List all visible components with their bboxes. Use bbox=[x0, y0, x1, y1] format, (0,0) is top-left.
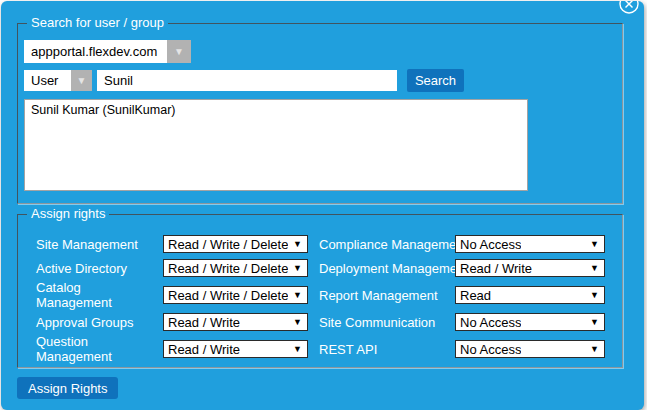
question-management-select-value: Read / Write bbox=[168, 342, 240, 357]
assign-rights-button[interactable]: Assign Rights bbox=[17, 377, 118, 399]
site-communication-label: Site Communication bbox=[308, 315, 455, 330]
search-results-list[interactable]: Sunil Kumar (SunilKumar) bbox=[24, 99, 528, 191]
deployment-management-select[interactable]: Read / Write ▼ bbox=[455, 259, 605, 277]
chevron-down-icon: ▼ bbox=[293, 344, 302, 354]
catalog-management-select[interactable]: Read / Write / Delete ▼ bbox=[163, 286, 308, 304]
rest-api-label: REST API bbox=[308, 342, 455, 357]
rights-grid: Site Management Read / Write / Delete ▼ … bbox=[36, 232, 605, 364]
rest-api-select-value: No Access bbox=[460, 342, 521, 357]
active-directory-label: Active Directory bbox=[36, 261, 157, 276]
assign-rights-legend: Assign rights bbox=[27, 206, 109, 222]
active-directory-select-value: Read / Write / Delete bbox=[168, 261, 288, 276]
approval-groups-select[interactable]: Read / Write ▼ bbox=[163, 313, 308, 331]
rest-api-select[interactable]: No Access ▼ bbox=[455, 340, 605, 358]
chevron-down-icon[interactable]: ▼ bbox=[71, 70, 92, 91]
search-group-box: Search for user / group appportal.flexde… bbox=[17, 23, 623, 204]
search-input[interactable] bbox=[97, 70, 397, 91]
chevron-down-icon: ▼ bbox=[293, 239, 302, 249]
site-management-label: Site Management bbox=[36, 237, 157, 252]
site-communication-select[interactable]: No Access ▼ bbox=[455, 313, 605, 331]
report-management-select-value: Read bbox=[460, 288, 491, 303]
report-management-label: Report Management bbox=[308, 288, 455, 303]
chevron-down-icon: ▼ bbox=[590, 317, 599, 327]
search-type-dropdown-value: User bbox=[24, 70, 71, 91]
chevron-down-icon: ▼ bbox=[590, 239, 599, 249]
catalog-management-select-value: Read / Write / Delete bbox=[168, 288, 288, 303]
list-item[interactable]: Sunil Kumar (SunilKumar) bbox=[25, 100, 527, 119]
chevron-down-icon: ▼ bbox=[293, 290, 302, 300]
search-group-legend: Search for user / group bbox=[27, 15, 168, 31]
site-communication-select-value: No Access bbox=[460, 315, 521, 330]
chevron-down-icon: ▼ bbox=[590, 344, 599, 354]
chevron-down-icon: ▼ bbox=[590, 290, 599, 300]
deployment-management-label: Deployment Management bbox=[308, 261, 455, 276]
active-directory-select[interactable]: Read / Write / Delete ▼ bbox=[163, 259, 308, 277]
compliance-management-select[interactable]: No Access ▼ bbox=[455, 235, 605, 253]
deployment-management-select-value: Read / Write bbox=[460, 261, 532, 276]
catalog-management-label: Catalog Management bbox=[36, 280, 157, 310]
site-management-select[interactable]: Read / Write / Delete ▼ bbox=[163, 235, 308, 253]
compliance-management-label: Compliance Management bbox=[308, 237, 455, 252]
question-management-select[interactable]: Read / Write ▼ bbox=[163, 340, 308, 358]
assign-rights-dialog: Search for user / group appportal.flexde… bbox=[1, 1, 644, 410]
chevron-down-icon: ▼ bbox=[590, 263, 599, 273]
search-type-dropdown[interactable]: User ▼ bbox=[24, 70, 92, 91]
chevron-down-icon[interactable]: ▼ bbox=[167, 40, 191, 63]
question-management-label: Question Management bbox=[36, 334, 128, 364]
report-management-select[interactable]: Read ▼ bbox=[455, 286, 605, 304]
site-management-select-value: Read / Write / Delete bbox=[168, 237, 288, 252]
domain-dropdown[interactable]: appportal.flexdev.com ▼ bbox=[24, 40, 191, 63]
domain-dropdown-value: appportal.flexdev.com bbox=[24, 40, 167, 63]
compliance-management-select-value: No Access bbox=[460, 237, 521, 252]
assign-rights-group-box: Assign rights Site Management Read / Wri… bbox=[17, 214, 623, 368]
approval-groups-select-value: Read / Write bbox=[168, 315, 240, 330]
search-button[interactable]: Search bbox=[407, 69, 464, 92]
close-icon[interactable] bbox=[618, 1, 640, 15]
chevron-down-icon: ▼ bbox=[293, 317, 302, 327]
approval-groups-label: Approval Groups bbox=[36, 315, 157, 330]
chevron-down-icon: ▼ bbox=[293, 263, 302, 273]
